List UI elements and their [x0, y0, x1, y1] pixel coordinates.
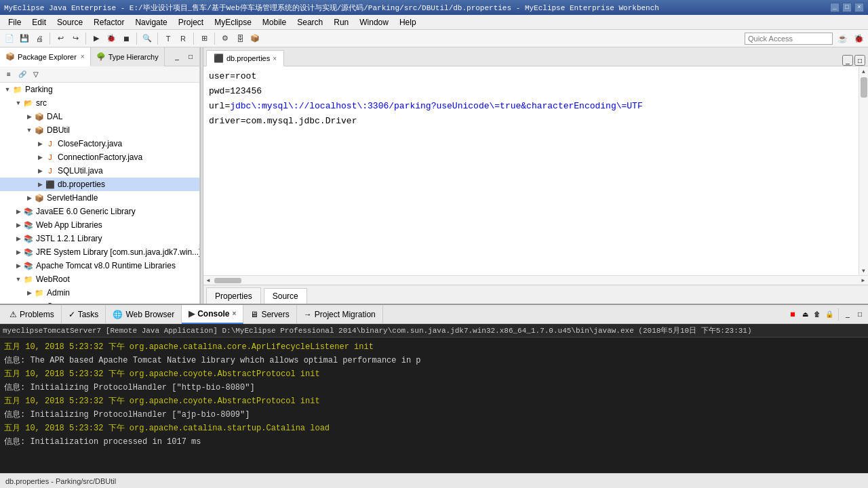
tab-web-browser[interactable]: 🌐 Web Browser	[106, 305, 182, 324]
menu-run[interactable]: Run	[328, 16, 354, 28]
menu-navigate[interactable]: Navigate	[130, 16, 172, 28]
code-editor[interactable]: user=root pwd=123456 url=jdbc\:mysql\://…	[203, 66, 859, 275]
undo-button[interactable]: ↩	[54, 32, 67, 45]
search-toolbar-button[interactable]: 🔍	[140, 32, 154, 45]
tab-servers[interactable]: 🖥 Servers	[243, 305, 296, 324]
hscroll-right-arrow[interactable]: ▶	[859, 276, 868, 285]
tab-problems[interactable]: ⚠ Problems	[3, 305, 62, 324]
tree-toggle-dbproperties[interactable]: ▶	[35, 180, 45, 189]
tab-console-close[interactable]: ×	[233, 310, 237, 317]
tree-item-dbutil[interactable]: ▼📦DBUtil	[0, 123, 199, 137]
tree-toggle-connectionfactory[interactable]: ▶	[35, 152, 45, 162]
tree-item-connectionfactory[interactable]: ▶JConnectionFactory.java	[0, 150, 199, 164]
tree-item-webapp[interactable]: ▶📚Web App Libraries	[0, 218, 199, 232]
editor-tab-dbproperties[interactable]: ⬛ db.properties ×	[206, 50, 284, 66]
scroll-up-arrow[interactable]: ▲	[859, 66, 869, 76]
editor-horizontal-scrollbar[interactable]: ◀ ▶	[203, 275, 868, 285]
menu-file[interactable]: File	[3, 16, 26, 28]
tree-toggle-webroot[interactable]: ▼	[14, 274, 23, 284]
sidebar-maximize-btn[interactable]: □	[184, 51, 197, 63]
hscroll-left-arrow[interactable]: ◀	[203, 276, 213, 285]
console-stop-btn[interactable]: ⏹	[787, 309, 798, 320]
menu-edit[interactable]: Edit	[26, 16, 52, 28]
tab-tasks[interactable]: ✓ Tasks	[62, 305, 106, 324]
tree-toggle-admin[interactable]: ▶	[24, 288, 34, 298]
editor-collapse-btn[interactable]: _	[842, 55, 853, 66]
window-controls[interactable]: _ □ ×	[830, 3, 864, 12]
menu-mobile[interactable]: Mobile	[257, 16, 292, 28]
tab-type-hierarchy[interactable]: 🌳 Type Hierarchy	[91, 47, 165, 66]
collapse-all-btn[interactable]: ≡	[3, 68, 15, 81]
new-button[interactable]: 📄	[3, 32, 16, 45]
editor-bottom-tab-source[interactable]: Source	[264, 288, 307, 304]
console-clear-btn[interactable]: 🗑	[812, 309, 823, 320]
tree-item-parking[interactable]: ▼📁Parking	[0, 83, 199, 96]
menu-refactor[interactable]: Refactor	[88, 16, 130, 28]
redo-button[interactable]: ↪	[68, 32, 82, 45]
tree-toggle-dal[interactable]: ▶	[24, 112, 34, 121]
tab-package-explorer-close[interactable]: ×	[81, 53, 85, 60]
tree-toggle-jstl[interactable]: ▶	[14, 234, 23, 243]
tree-toggle-servlethandle[interactable]: ▶	[24, 193, 34, 203]
package-explorer-content[interactable]: ▼📁Parking▼📂src▶📦DAL▼📦DBUtil▶JCloseFactor…	[0, 83, 199, 304]
open-resource-button[interactable]: R	[176, 32, 190, 45]
console-scroll-lock-btn[interactable]: 🔒	[824, 309, 835, 320]
menu-window[interactable]: Window	[354, 16, 394, 28]
minimize-button[interactable]: _	[830, 3, 840, 12]
tree-toggle-closefactory[interactable]: ▶	[35, 139, 45, 148]
console-disconnect-btn[interactable]: ⏏	[800, 309, 810, 320]
debug-button[interactable]: 🐞	[104, 32, 118, 45]
editor-maximize-btn[interactable]: □	[854, 55, 865, 66]
tree-item-closefactory[interactable]: ▶JCloseFactory.java	[0, 137, 199, 150]
tree-item-tomcat[interactable]: ▶📚Apache Tomcat v8.0 Runtime Libraries	[0, 259, 199, 272]
perspective-switch-java-btn[interactable]: ☕	[835, 32, 849, 45]
tab-project-migration[interactable]: → Project Migration	[297, 305, 383, 324]
sidebar-minimize-btn[interactable]: _	[171, 51, 183, 63]
link-with-editor-btn[interactable]: 🔗	[16, 68, 28, 81]
perspective-button[interactable]: ⊞	[197, 32, 211, 45]
tree-toggle-parking[interactable]: ▼	[3, 85, 12, 94]
tree-item-dal[interactable]: ▶📦DAL	[0, 110, 199, 123]
menu-search[interactable]: Search	[292, 16, 328, 28]
tree-toggle-javaee[interactable]: ▶	[14, 207, 23, 216]
console-minimize-btn[interactable]: _	[842, 309, 853, 320]
editor-bottom-tab-properties[interactable]: Properties	[206, 287, 261, 304]
editor-tab-close-btn[interactable]: ×	[273, 55, 277, 62]
tree-item-sqlutil[interactable]: ▶JSQLUtil.java	[0, 164, 199, 178]
tree-item-webroot[interactable]: ▼📁WebRoot	[0, 272, 199, 286]
tree-toggle-sqlutil[interactable]: ▶	[35, 166, 45, 176]
myeclipse-toolbar-3[interactable]: 📦	[248, 32, 262, 45]
quick-access-input[interactable]	[745, 33, 833, 45]
tree-item-servlethandle[interactable]: ▶📦ServletHandle	[0, 191, 199, 205]
maximize-button[interactable]: □	[842, 3, 852, 12]
tab-console[interactable]: ▶ Console ×	[182, 305, 243, 324]
menu-help[interactable]: Help	[394, 16, 422, 28]
close-button[interactable]: ×	[854, 3, 864, 12]
tree-item-jstl[interactable]: ▶📚JSTL 1.2.1 Library	[0, 232, 199, 245]
menu-source[interactable]: Source	[52, 16, 88, 28]
tree-item-dbproperties[interactable]: ▶⬛db.properties	[0, 178, 199, 191]
tree-toggle-jre[interactable]: ▶	[14, 247, 23, 257]
myeclipse-toolbar-2[interactable]: 🗄	[233, 32, 247, 45]
open-type-button[interactable]: T	[161, 32, 175, 45]
menu-project[interactable]: Project	[173, 16, 209, 28]
save-button[interactable]: 💾	[18, 32, 31, 45]
tree-toggle-src[interactable]: ▼	[14, 98, 23, 108]
tree-item-javaee[interactable]: ▶📚JavaEE 6.0 Generic Library	[0, 205, 199, 218]
scroll-thumb[interactable]	[861, 77, 867, 98]
print-button[interactable]: 🖨	[33, 32, 46, 45]
scroll-down-arrow[interactable]: ▼	[859, 266, 869, 275]
tree-toggle-webapp[interactable]: ▶	[14, 220, 23, 230]
tree-toggle-dbutil[interactable]: ▼	[24, 125, 34, 135]
perspective-switch-debug-btn[interactable]: 🐞	[852, 32, 865, 45]
tab-package-explorer[interactable]: 📦 Package Explorer ×	[0, 47, 91, 66]
tree-item-src[interactable]: ▼📂src	[0, 96, 199, 110]
myeclipse-toolbar-1[interactable]: ⚙	[218, 32, 232, 45]
tree-toggle-tomcat[interactable]: ▶	[14, 261, 23, 270]
hscroll-thumb[interactable]	[214, 278, 241, 283]
editor-vertical-scrollbar[interactable]: ▲ ▼	[859, 66, 868, 275]
run-button[interactable]: ▶	[90, 32, 103, 45]
tree-item-admin[interactable]: ▶📁Admin	[0, 286, 199, 300]
stop-button[interactable]: ⏹	[119, 32, 133, 45]
view-menu-btn[interactable]: ▽	[30, 68, 42, 81]
